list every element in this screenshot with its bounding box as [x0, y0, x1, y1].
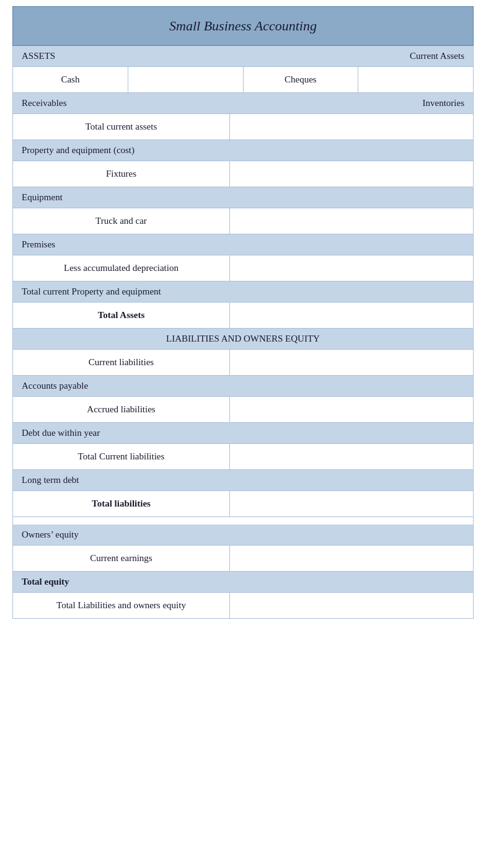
- owners-equity-band: Owners’ equity: [12, 525, 474, 545]
- receivables-label: Receivables: [22, 98, 66, 108]
- current-liabilities-label: Current liabilities: [13, 350, 230, 375]
- receivables-inventories-band: Receivables Inventories: [12, 93, 474, 113]
- assets-label: ASSETS: [22, 51, 55, 61]
- truck-car-value[interactable]: [230, 208, 473, 234]
- current-liabilities-value[interactable]: [230, 350, 473, 375]
- total-liabilities-equity-label: Total Liabilities and owners equity: [13, 593, 230, 618]
- total-liabilities-equity-row: Total Liabilities and owners equity: [12, 592, 474, 619]
- total-assets-row: Total Assets: [12, 302, 474, 329]
- cash-cheques-row: Cash Cheques: [12, 66, 474, 93]
- total-current-assets-row: Total current assets: [12, 113, 474, 140]
- total-current-liabilities-label: Total Current liabilities: [13, 444, 230, 469]
- total-current-assets-value[interactable]: [230, 114, 473, 140]
- total-current-liabilities-row: Total Current liabilities: [12, 443, 474, 470]
- equipment-band: Equipment: [12, 187, 474, 208]
- total-liabilities-row: Total liabilities: [12, 490, 474, 517]
- current-earnings-value[interactable]: [230, 546, 473, 571]
- current-liabilities-row: Current liabilities: [12, 349, 474, 376]
- total-liabilities-equity-value[interactable]: [230, 593, 473, 618]
- total-current-liabilities-value[interactable]: [230, 444, 473, 469]
- assets-header-band: ASSETS Current Assets: [12, 46, 474, 66]
- premises-band: Premises: [12, 234, 474, 255]
- property-equipment-band: Property and equipment (cost): [12, 140, 474, 161]
- cash-label: Cash: [13, 67, 128, 92]
- page-title: Small Business Accounting: [12, 6, 474, 46]
- total-assets-value[interactable]: [230, 303, 473, 328]
- current-earnings-label: Current earnings: [13, 546, 230, 571]
- fixtures-label: Fixtures: [13, 161, 230, 187]
- total-equity-band: Total equity: [12, 572, 474, 592]
- debt-due-band: Debt due within year: [12, 423, 474, 443]
- accrued-liabilities-row: Accrued liabilities: [12, 396, 474, 423]
- liabilities-equity-band: LIABILITIES AND OWNERS EQUITY: [12, 329, 474, 349]
- current-earnings-row: Current earnings: [12, 545, 474, 572]
- fixtures-value[interactable]: [230, 161, 473, 187]
- accrued-liabilities-value[interactable]: [230, 397, 473, 422]
- cash-value[interactable]: [128, 67, 244, 92]
- cheques-label: Cheques: [244, 67, 359, 92]
- depreciation-label: Less accumulated depreciation: [13, 255, 230, 281]
- total-liabilities-label: Total liabilities: [13, 491, 230, 516]
- cheques-value[interactable]: [358, 67, 473, 92]
- fixtures-row: Fixtures: [12, 161, 474, 187]
- total-assets-label: Total Assets: [13, 303, 230, 328]
- current-assets-label: Current Assets: [410, 51, 464, 61]
- depreciation-row: Less accumulated depreciation: [12, 255, 474, 281]
- spacer-equity: [12, 517, 474, 525]
- inventories-label: Inventories: [423, 98, 464, 108]
- total-current-assets-label: Total current assets: [13, 114, 230, 140]
- depreciation-value[interactable]: [230, 255, 473, 281]
- accounts-payable-band: Accounts payable: [12, 376, 474, 396]
- total-property-band: Total current Property and equipment: [12, 281, 474, 302]
- truck-car-label: Truck and car: [13, 208, 230, 234]
- truck-car-row: Truck and car: [12, 208, 474, 234]
- total-liabilities-value[interactable]: [230, 491, 473, 516]
- long-term-debt-band: Long term debt: [12, 470, 474, 490]
- accrued-liabilities-label: Accrued liabilities: [13, 397, 230, 422]
